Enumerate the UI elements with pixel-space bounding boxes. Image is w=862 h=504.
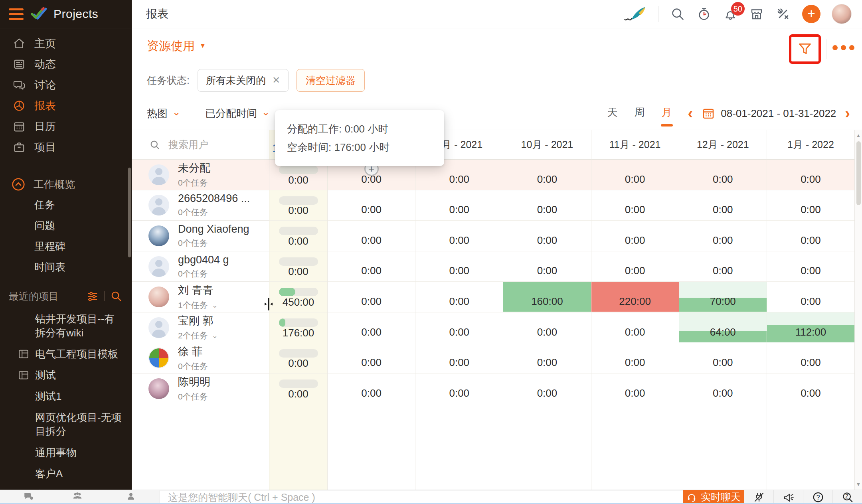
recent-project-item[interactable]: 市中心花园工程项目-: [0, 484, 132, 490]
panel-resize-handle-icon[interactable]: [263, 296, 274, 312]
toggle-month[interactable]: 月: [662, 105, 672, 122]
allocation-cell[interactable]: 0:00: [415, 282, 503, 312]
recent-project-item[interactable]: 客户A: [0, 463, 132, 484]
marketplace-icon[interactable]: [749, 7, 764, 21]
user-row[interactable]: 陈明明0个任务: [132, 374, 269, 404]
work-overview-item[interactable]: 里程碑: [0, 236, 132, 257]
clear-filters-button[interactable]: 清空过滤器: [297, 69, 365, 92]
work-overview-item[interactable]: 任务: [0, 194, 132, 215]
allocation-cell[interactable]: 0:00: [328, 312, 415, 343]
report-type-dropdown[interactable]: 资源使用▼: [147, 38, 206, 54]
filter-funnel-button[interactable]: [797, 42, 813, 57]
scrollbar-thumb[interactable]: [856, 141, 861, 205]
chat-tab-contacts[interactable]: 联系人: [119, 491, 144, 504]
allocation-cell[interactable]: 0:00: [591, 312, 679, 343]
sidebar-item-reports[interactable]: 报表: [0, 95, 132, 116]
search-icon[interactable]: [670, 7, 685, 21]
allocation-cell[interactable]: 0:00: [767, 374, 854, 404]
smart-chat-input[interactable]: 这是您的智能聊天( Ctrl + Space ): [160, 490, 683, 504]
hamburger-menu-icon[interactable]: [9, 8, 24, 20]
scroll-down-icon[interactable]: ▼: [855, 481, 862, 487]
allocation-cell[interactable]: 0:00: [328, 374, 415, 404]
period-total-cell[interactable]: 0:00: [269, 221, 327, 251]
add-new-button[interactable]: +: [802, 5, 820, 23]
toggle-week[interactable]: 周: [635, 105, 645, 122]
allocation-cell[interactable]: 0:00: [767, 343, 854, 374]
period-total-cell[interactable]: 0:00: [269, 190, 327, 221]
allocation-cell[interactable]: 0:00: [679, 343, 767, 374]
period-total-cell[interactable]: 0:00: [269, 374, 327, 404]
allocation-cell[interactable]: 112:00: [767, 312, 854, 343]
allocation-cell[interactable]: 0:00: [679, 221, 767, 251]
live-chat-button[interactable]: 实时聊天: [683, 490, 744, 504]
sidebar-item-calendar[interactable]: 日历: [0, 116, 132, 137]
toggle-day[interactable]: 天: [607, 105, 618, 122]
allocation-cell[interactable]: 0:00: [767, 190, 854, 221]
allocation-cell[interactable]: 160:00: [503, 282, 591, 312]
expand-tasks-icon[interactable]: ⌄: [212, 331, 218, 340]
allocation-cell[interactable]: 0:00: [591, 343, 679, 374]
chat-tab-channels[interactable]: 频道及组: [61, 491, 94, 504]
allocation-cell[interactable]: 0:00: [328, 190, 415, 221]
allocation-cell[interactable]: 0:00: [415, 221, 503, 251]
period-total-cell[interactable]: 0:00: [269, 343, 327, 374]
allocation-cell[interactable]: 0:00: [503, 190, 591, 221]
recent-project-item[interactable]: 测试: [0, 365, 132, 386]
help-button[interactable]: ?: [803, 490, 832, 504]
grid-scrollbar[interactable]: ▲ ▼: [854, 130, 862, 490]
allocation-cell[interactable]: 0:00: [591, 160, 679, 190]
allocation-cell[interactable]: 64:00: [679, 312, 767, 343]
sidebar-scrollbar[interactable]: [128, 168, 131, 257]
allocation-cell[interactable]: 0:00: [503, 374, 591, 404]
recent-project-item[interactable]: 测试1: [0, 386, 132, 407]
user-row[interactable]: 宝刚 郭2个任务⌄: [132, 312, 269, 343]
allocation-cell[interactable]: 0:00: [415, 343, 503, 374]
allocation-cell[interactable]: 0:00: [503, 251, 591, 282]
allocation-cell[interactable]: 0:00: [679, 190, 767, 221]
allocation-cell[interactable]: 0:00: [503, 312, 591, 343]
allocation-cell[interactable]: 0:00: [503, 343, 591, 374]
signature-feather-icon[interactable]: [623, 4, 648, 24]
sidebar-item-feed[interactable]: 动态: [0, 54, 132, 75]
allocation-cell[interactable]: 0:00: [415, 251, 503, 282]
allocation-cell[interactable]: 0:00: [767, 160, 854, 190]
user-row[interactable]: 刘 青青1个任务⌄: [132, 282, 269, 312]
view-dropdown[interactable]: 热图⌄: [147, 107, 180, 121]
user-row[interactable]: Dong Xiaofeng0个任务: [132, 221, 269, 251]
task-status-chip[interactable]: 所有未关闭的✕: [198, 69, 289, 92]
allocation-cell[interactable]: 0:00: [767, 282, 854, 312]
calendar-icon[interactable]: [702, 107, 715, 120]
allocation-cell[interactable]: 0:00: [328, 221, 415, 251]
recent-project-item[interactable]: 网页优化项目-无项目拆分: [0, 407, 132, 442]
user-row[interactable]: 未分配0个任务: [132, 160, 269, 190]
allocation-cell[interactable]: 0:00: [328, 251, 415, 282]
allocation-cell[interactable]: 0:00: [415, 312, 503, 343]
timer-icon[interactable]: [697, 7, 711, 21]
allocation-cell[interactable]: 70:00: [679, 282, 767, 312]
allocation-cell[interactable]: 0:00: [415, 374, 503, 404]
work-overview-item[interactable]: 问题: [0, 215, 132, 236]
announcements-button[interactable]: [773, 490, 803, 504]
integrations-plug-button[interactable]: [744, 490, 773, 504]
sidebar-item-discuss[interactable]: 讨论: [0, 75, 132, 95]
allocation-cell[interactable]: 0:00: [679, 251, 767, 282]
allocation-cell[interactable]: 0:00: [503, 221, 591, 251]
zia-search-button[interactable]: Z: [832, 490, 862, 504]
user-search-input[interactable]: 搜索用户: [132, 130, 269, 160]
allocation-cell[interactable]: 0:00: [591, 221, 679, 251]
user-row[interactable]: 2665208496 ...0个任务: [132, 190, 269, 221]
user-avatar[interactable]: [832, 4, 852, 24]
allocation-cell[interactable]: 0:00: [591, 190, 679, 221]
allocation-cell[interactable]: 0:00: [767, 251, 854, 282]
recent-project-item[interactable]: 通用事物: [0, 442, 132, 463]
next-period-icon[interactable]: ›: [845, 106, 850, 121]
remove-chip-icon[interactable]: ✕: [272, 75, 280, 86]
allocation-cell[interactable]: 0:00: [679, 160, 767, 190]
allocation-cell[interactable]: 0:00: [328, 343, 415, 374]
period-total-cell[interactable]: 450:00: [269, 282, 327, 312]
sidebar-item-home[interactable]: 主页: [0, 33, 132, 54]
chat-tab-chat[interactable]: 聊天: [20, 491, 37, 504]
expand-tasks-icon[interactable]: ⌄: [212, 301, 218, 310]
recent-project-item[interactable]: 钻井开发项目--有拆分有wiki: [0, 308, 132, 344]
notifications-bell-icon[interactable]: 50: [723, 7, 737, 21]
